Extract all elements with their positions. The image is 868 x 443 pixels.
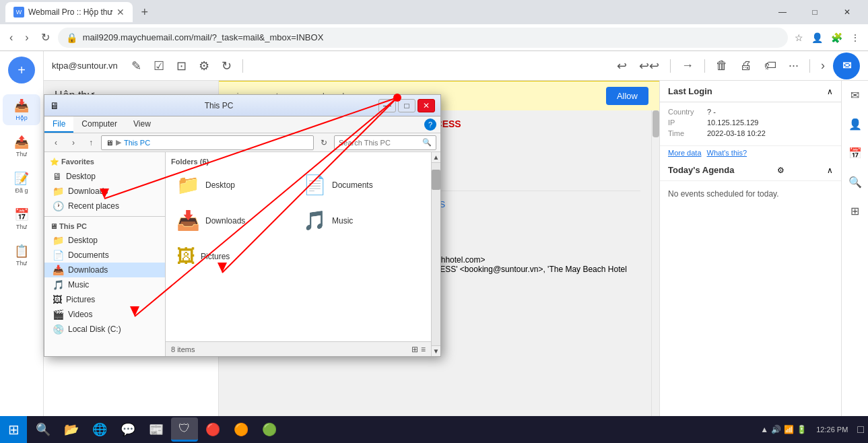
sidebar-item-inbox[interactable]: 📥 Hộp: [3, 94, 40, 125]
toolbar-settings[interactable]: ⚙: [195, 56, 213, 76]
more-button[interactable]: ···: [784, 56, 803, 75]
folder-desktop[interactable]: 📁 Desktop: [171, 170, 292, 200]
right-search-icon[interactable]: 🔍: [846, 173, 865, 191]
user-avatar[interactable]: ✉: [833, 53, 860, 79]
speaker-icon[interactable]: 🔊: [771, 425, 781, 434]
extensions-icon[interactable]: 🧩: [828, 30, 845, 46]
delete-button[interactable]: 🗑: [712, 56, 732, 75]
forward-button[interactable]: ›: [21, 29, 32, 46]
bookmark-icon[interactable]: ☆: [792, 30, 806, 46]
toolbar-icon-3[interactable]: ⊡: [172, 56, 191, 76]
this-pc-section[interactable]: 🖥 This PC: [44, 219, 165, 233]
scroll-up-button[interactable]: ▲: [432, 152, 440, 163]
reply-button[interactable]: ↩: [613, 56, 631, 76]
active-tab[interactable]: W Webmail Pro :: Hộp thư ✕: [5, 2, 133, 22]
right-email-icon[interactable]: ✉: [848, 86, 862, 104]
email-scrollbar[interactable]: [651, 110, 659, 419]
toolbar-icon-1[interactable]: ✎: [127, 56, 145, 76]
help-button[interactable]: ?: [424, 118, 436, 131]
folder-music[interactable]: 🎵 Music: [298, 205, 419, 236]
taskbar-chat[interactable]: 💬: [114, 417, 141, 442]
taskbar-file-explorer[interactable]: 📂: [58, 417, 85, 442]
toolbar-separator: [242, 59, 243, 73]
tag-button[interactable]: 🏷: [760, 56, 780, 75]
favorites-section[interactable]: ⭐ Favorites: [44, 155, 165, 169]
sidebar-downloads2[interactable]: 📥 Downloads: [44, 263, 165, 277]
sidebar-pictures[interactable]: 🖼 Pictures: [44, 292, 165, 307]
collapse-icon[interactable]: ∧: [827, 87, 833, 96]
back-button[interactable]: ‹: [5, 29, 17, 46]
taskbar-extra2[interactable]: 🟠: [228, 417, 255, 442]
profile-icon[interactable]: 👤: [809, 30, 826, 46]
taskbar-shield[interactable]: 🛡: [171, 417, 198, 442]
ribbon-tab-computer[interactable]: Computer: [73, 116, 125, 133]
explorer-minimize-button[interactable]: —: [378, 99, 396, 112]
reply-all-button[interactable]: ↩↩: [635, 56, 663, 76]
settings-icon[interactable]: ⋮: [848, 30, 863, 46]
taskbar-search[interactable]: 🔍: [30, 417, 57, 442]
more-data-link[interactable]: More data: [668, 149, 702, 157]
grid-view-icon[interactable]: ⊞: [411, 345, 418, 354]
search-input[interactable]: [339, 139, 420, 147]
sidebar-music[interactable]: 🎵 Music: [44, 277, 165, 292]
right-user-icon[interactable]: 👤: [846, 115, 865, 133]
sidebar-desktop2[interactable]: 📁 Desktop: [44, 233, 165, 248]
maximize-button[interactable]: □: [799, 0, 830, 24]
sidebar-item-thư1[interactable]: 📤 Thư: [3, 131, 40, 162]
close-button[interactable]: ✕: [832, 0, 863, 24]
folder-documents[interactable]: 📄 Documents: [298, 170, 419, 200]
taskbar-extra1[interactable]: 🔴: [199, 417, 226, 442]
sidebar-item-dg[interactable]: 📝 Đã g: [3, 167, 40, 198]
toolbar-icon-2[interactable]: ☑: [149, 56, 168, 76]
network-icon[interactable]: 📶: [784, 425, 794, 434]
scroll-down-button[interactable]: ▼: [432, 345, 440, 356]
tab-close-button[interactable]: ✕: [116, 7, 125, 18]
refresh-button[interactable]: ↻: [316, 136, 331, 149]
minimize-button[interactable]: —: [767, 0, 798, 24]
sidebar-downloads[interactable]: 📁 Downloads: [44, 184, 165, 199]
sidebar-recent[interactable]: 🕐 Recent places: [44, 199, 165, 213]
right-calendar-icon[interactable]: 📅: [846, 144, 865, 162]
sidebar-documents[interactable]: 📄 Documents: [44, 248, 165, 263]
path-this-pc[interactable]: This PC: [124, 139, 150, 147]
explorer-forward-button[interactable]: ›: [66, 136, 81, 149]
sidebar-desktop[interactable]: 🖥 Desktop: [44, 169, 165, 184]
list-view-icon[interactable]: ≡: [421, 345, 426, 354]
sidebar-videos[interactable]: 🎬 Videos: [44, 307, 165, 322]
start-button[interactable]: ⊞: [0, 416, 27, 443]
taskbar-news[interactable]: 📰: [143, 417, 170, 442]
print-button[interactable]: 🖨: [736, 56, 756, 75]
nav-next-button[interactable]: ›: [817, 56, 829, 75]
explorer-back-button[interactable]: ‹: [48, 136, 63, 149]
taskbar-browser[interactable]: 🌐: [86, 417, 113, 442]
taskbar-clock[interactable]: 12:26 PM: [811, 425, 853, 434]
new-tab-button[interactable]: +: [135, 5, 154, 20]
search-icon[interactable]: 🔍: [422, 138, 432, 147]
taskbar-extra3[interactable]: 🟢: [256, 417, 283, 442]
show-desktop-button[interactable]: □: [853, 423, 868, 436]
battery-icon[interactable]: 🔋: [797, 425, 807, 434]
explorer-scrollbar[interactable]: ▲ ▼: [431, 152, 440, 356]
explorer-up-button[interactable]: ↑: [84, 136, 98, 149]
ribbon-tab-file[interactable]: File: [44, 116, 73, 133]
search-bar[interactable]: 🔍: [334, 135, 436, 150]
explorer-maximize-button[interactable]: □: [398, 99, 415, 112]
explorer-close-button[interactable]: ✕: [418, 99, 435, 112]
agenda-gear-icon[interactable]: ⚙: [777, 166, 784, 175]
reload-button[interactable]: ↻: [37, 28, 54, 46]
toolbar-refresh[interactable]: ↻: [218, 56, 236, 76]
right-grid-icon[interactable]: ⊞: [848, 202, 862, 220]
agenda-collapse-icon[interactable]: ∧: [827, 166, 833, 175]
sidebar-item-thu2[interactable]: 📅 Thư: [3, 203, 40, 234]
ribbon-tab-view[interactable]: View: [125, 116, 159, 133]
path-bar[interactable]: 🖥 ▶ This PC: [101, 135, 314, 150]
sidebar-local-disk[interactable]: 💿 Local Disk (C:): [44, 322, 165, 337]
allow-button[interactable]: Allow: [606, 87, 648, 105]
folder-pictures[interactable]: 🖼 Pictures: [171, 241, 292, 271]
compose-button[interactable]: +: [8, 57, 35, 83]
sidebar-item-thu3[interactable]: 📋 Thư: [3, 240, 40, 271]
forward-button[interactable]: →: [677, 56, 698, 75]
folder-downloads[interactable]: 📥 Downloads: [171, 205, 292, 236]
url-bar[interactable]: 🔒 mail9209.maychuemail.com/mail/?_task=m…: [58, 28, 788, 48]
whats-this-link[interactable]: What's this?: [707, 149, 747, 157]
